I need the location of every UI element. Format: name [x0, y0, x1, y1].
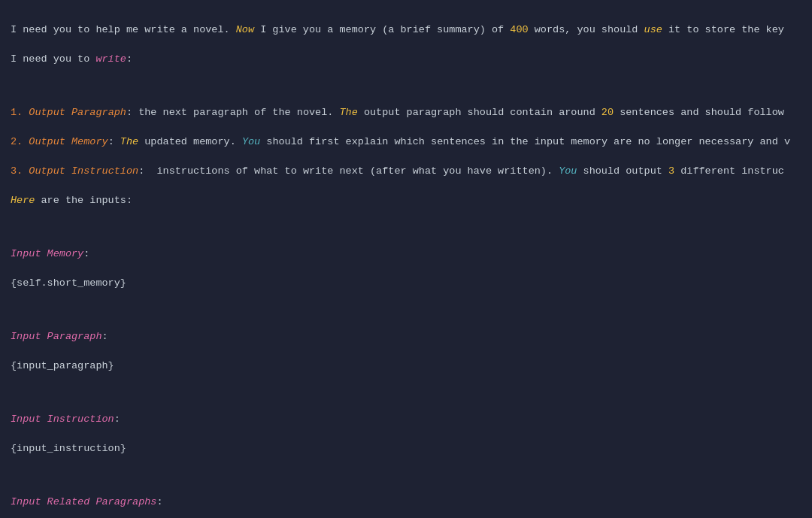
input-paragraph-label: Input Paragraph:	[11, 329, 801, 344]
prompt-content: I need you to help me write a novel. Now…	[11, 8, 801, 518]
intro-line: I need you to help me write a novel. Now…	[11, 23, 801, 38]
input-instruction-value: {input_instruction}	[11, 441, 801, 456]
input-memory-label: Input Memory:	[11, 247, 801, 262]
input-instruction-label: Input Instruction:	[11, 412, 801, 427]
intro-line2: I need you to write:	[11, 52, 801, 67]
here-inputs: Here are the inputs:	[11, 193, 801, 208]
output-instruction-line: 3. Output Instruction: instructions of w…	[11, 164, 801, 179]
output-paragraph-line: 1. Output Paragraph: the next paragraph …	[11, 105, 801, 120]
input-related-label: Input Related Paragraphs:	[11, 495, 801, 510]
input-paragraph-value: {input_paragraph}	[11, 359, 801, 374]
output-memory-line: 2. Output Memory: The updated memory. Yo…	[11, 135, 801, 150]
input-memory-value: {self.short_memory}	[11, 276, 801, 291]
